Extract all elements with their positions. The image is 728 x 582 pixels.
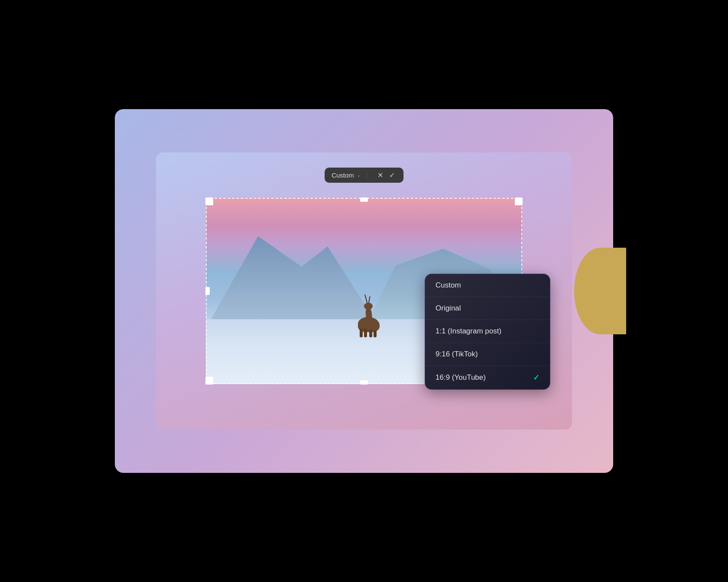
dropdown-item-label-custom: Custom [436, 281, 461, 290]
deer-leg-3 [369, 330, 372, 337]
decorative-gold-shape [574, 248, 626, 334]
crop-confirm-button[interactable]: ✓ [387, 171, 396, 179]
editor-frame: Custom ⌄ ✕ ✓ Custom Original 1:1 (Instag… [115, 109, 613, 473]
dropdown-item-original[interactable]: Original [425, 297, 550, 320]
ratio-label: Custom [332, 171, 354, 179]
dropdown-item-instagram[interactable]: 1:1 (Instagram post) [425, 320, 550, 343]
ratio-selector-button[interactable]: Custom ⌄ [332, 171, 367, 179]
crop-cancel-button[interactable]: ✕ [373, 171, 387, 179]
dropdown-item-label-original: Original [436, 304, 461, 313]
canvas-area: Custom ⌄ ✕ ✓ Custom Original 1:1 (Instag… [156, 152, 572, 430]
dropdown-item-label-tiktok: 9:16 (TikTok) [436, 350, 478, 359]
deer-leg-1 [360, 329, 363, 337]
deer-figure [354, 289, 388, 332]
deer-leg-4 [374, 330, 377, 337]
dropdown-item-custom[interactable]: Custom [425, 274, 550, 297]
selected-check-icon: ✓ [533, 373, 540, 382]
crop-toolbar: Custom ⌄ ✕ ✓ [325, 168, 403, 183]
ratio-dropdown-menu: Custom Original 1:1 (Instagram post) 9:1… [425, 274, 550, 390]
dropdown-item-label-youtube: 16:9 (YouTube) [436, 373, 486, 382]
dropdown-item-label-instagram: 1:1 (Instagram post) [436, 327, 501, 336]
dropdown-item-youtube[interactable]: 16:9 (YouTube) ✓ [425, 366, 550, 389]
chevron-down-icon: ⌄ [357, 172, 361, 178]
dropdown-item-tiktok[interactable]: 9:16 (TikTok) [425, 343, 550, 366]
deer-leg-2 [364, 329, 367, 337]
